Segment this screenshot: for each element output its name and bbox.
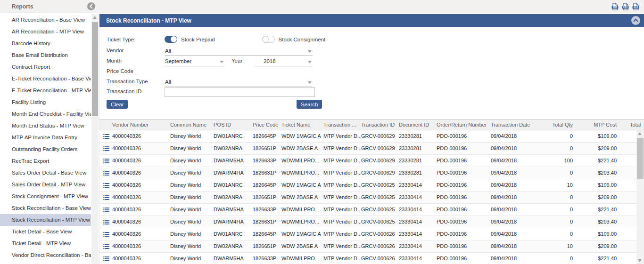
- cell-transaction-date: 09/04/2018: [491, 179, 533, 191]
- row-detail-icon[interactable]: [103, 134, 109, 139]
- column-header-mtp-cost[interactable]: MTP Cost: [577, 120, 620, 130]
- panel-collapse-button[interactable]: [631, 16, 640, 25]
- sidebar-item[interactable]: Facility Listing: [0, 96, 91, 108]
- row-menu-cell[interactable]: [99, 204, 112, 216]
- table-row[interactable]: 4000040326Disney WorldDW01ANRC1826645PWD…: [99, 228, 636, 240]
- stock-consignment-label: Stock Consignment: [279, 37, 326, 42]
- table-row[interactable]: 4000040326Disney WorldDW02ANRA1826651PWD…: [99, 240, 636, 253]
- column-header-total-qty[interactable]: Total Qty: [533, 120, 577, 130]
- row-menu-cell[interactable]: [99, 216, 112, 228]
- row-detail-icon[interactable]: [103, 207, 109, 213]
- sidebar-item[interactable]: Contract Report: [0, 61, 91, 73]
- column-header-price-code[interactable]: Price Code: [253, 120, 281, 130]
- column-header-pos-id[interactable]: POS ID: [214, 120, 253, 130]
- column-header-vendor-number[interactable]: Vendor Number: [112, 120, 170, 130]
- price-code-label: Price Code: [107, 68, 133, 74]
- row-menu-cell[interactable]: [99, 179, 112, 191]
- row-detail-icon[interactable]: [103, 256, 109, 262]
- table-row[interactable]: 4000040326Disney WorldDWARM4HA1826631PWD…: [99, 216, 636, 228]
- grid-scrollbar-thumb[interactable]: [637, 138, 644, 179]
- table-row[interactable]: 4000040326Disney WorldDWARM4HA1826631PWD…: [99, 167, 636, 179]
- row-menu-cell[interactable]: [99, 155, 112, 167]
- sidebar-scrollbar[interactable]: [91, 14, 99, 264]
- cell-vendor-number: 4000040326: [112, 143, 170, 154]
- year-select[interactable]: 2018: [255, 56, 313, 66]
- column-header-order-return-number[interactable]: Order/Return Number: [437, 120, 491, 130]
- stock-prepaid-toggle[interactable]: [165, 36, 177, 43]
- cell-common-name: Disney World: [170, 228, 214, 240]
- column-header-transaction-id[interactable]: Transaction ID: [361, 120, 399, 130]
- sidebar-item[interactable]: Ticket Detail - MTP View: [0, 238, 91, 249]
- row-menu-cell[interactable]: [99, 192, 112, 203]
- row-detail-icon[interactable]: [103, 158, 109, 164]
- sidebar-item[interactable]: Sales Order Detail - MTP View: [0, 179, 91, 191]
- month-select[interactable]: September: [165, 56, 224, 66]
- sidebar-item[interactable]: Sales Order Detail - Base View: [0, 167, 91, 179]
- column-header-ticket-name[interactable]: Ticket Name: [281, 120, 323, 130]
- cell-total: [620, 240, 636, 252]
- row-menu-cell[interactable]: [99, 240, 112, 252]
- vendor-select[interactable]: All: [165, 46, 313, 56]
- scroll-up-icon[interactable]: [91, 14, 99, 21]
- table-row[interactable]: 4000040326Disney WorldDW01ANRC1826645PWD…: [99, 130, 636, 143]
- transaction-type-select[interactable]: All: [165, 77, 313, 87]
- row-detail-icon[interactable]: [103, 195, 109, 200]
- sidebar-item[interactable]: Outstanding Facility Orders: [0, 144, 91, 155]
- stock-consignment-toggle[interactable]: [262, 36, 275, 43]
- cell-transaction-date: 09/04/2018: [491, 204, 533, 216]
- sidebar-item[interactable]: Stock Consignment - MTP View: [0, 191, 91, 202]
- sidebar-item[interactable]: Month End Checklist - Facility View: [0, 108, 91, 120]
- cell-pos-id: DW01ANRC: [214, 228, 253, 240]
- csv-export-icon[interactable]: CSV: [622, 3, 629, 10]
- row-detail-icon[interactable]: [103, 170, 109, 176]
- table-row[interactable]: 4000040326Disney WorldDWARM5HA1826633PWD…: [99, 204, 636, 216]
- table-row[interactable]: 4000040326Disney WorldDW02ANRA1826651PWD…: [99, 192, 636, 204]
- sidebar-item[interactable]: RecTrac Export: [0, 155, 91, 167]
- sidebar-item[interactable]: Ticket Detail - Base View: [0, 226, 91, 238]
- table-row[interactable]: 4000040326Disney WorldDW02ANRA1826651PWD…: [99, 143, 636, 155]
- row-menu-cell[interactable]: [99, 143, 112, 154]
- sidebar-item[interactable]: Vendor Direct Reconciliation - Base Vi: [0, 249, 91, 261]
- sidebar-item[interactable]: Barcode History: [0, 38, 91, 49]
- sidebar-collapse-button[interactable]: [87, 2, 95, 10]
- scroll-down-icon[interactable]: [636, 257, 644, 264]
- grid-scrollbar[interactable]: [636, 130, 644, 264]
- sidebar-item[interactable]: AR Reconciliation - MTP View: [0, 26, 91, 38]
- sidebar-scrollbar-thumb[interactable]: [92, 22, 98, 116]
- cell-vendor-number: 4000040326: [112, 167, 170, 179]
- row-detail-icon[interactable]: [103, 183, 109, 188]
- report-title-bar: Stock Reconciliaton - MTP View: [99, 14, 644, 27]
- row-detail-icon[interactable]: [103, 232, 109, 237]
- row-menu-cell[interactable]: [99, 253, 112, 264]
- sidebar-item[interactable]: Stock Reconciliation - Base View: [0, 202, 91, 214]
- sidebar-item[interactable]: MTP AP Invoice Data Entry: [0, 132, 91, 144]
- table-row[interactable]: 4000040326Disney WorldDW01ANRC1826645PWD…: [99, 179, 636, 192]
- column-header-transaction-date[interactable]: Transaction Date: [491, 120, 533, 130]
- row-detail-icon[interactable]: [103, 244, 109, 249]
- row-detail-icon[interactable]: [103, 146, 109, 152]
- sidebar-item[interactable]: Month End Status - MTP View: [0, 120, 91, 132]
- xls-export-icon[interactable]: XLS: [632, 3, 639, 10]
- cell-mtp-cost: $109.00: [577, 130, 620, 142]
- column-header-common-name[interactable]: Common Name: [170, 120, 214, 130]
- table-row[interactable]: 4000040326Disney WorldDWARM5HA1826633PWD…: [99, 253, 636, 264]
- sidebar-item[interactable]: E-Ticket Reconciliation - MTP View: [0, 85, 91, 96]
- transaction-id-input[interactable]: [165, 87, 315, 97]
- cell-ticket-name: WDW 2BASE A: [281, 143, 323, 154]
- row-menu-cell[interactable]: [99, 130, 112, 142]
- pdf-export-icon[interactable]: PDF: [611, 3, 619, 10]
- sidebar-item[interactable]: Stock Reconciliation - MTP View: [0, 214, 91, 226]
- sidebar-item[interactable]: Base Email Distribution: [0, 49, 91, 61]
- sidebar-item[interactable]: AR Reconciliation - Base View: [0, 14, 91, 26]
- row-menu-cell[interactable]: [99, 228, 112, 240]
- row-detail-icon[interactable]: [103, 219, 109, 225]
- table-row[interactable]: 4000040326Disney WorldDWARM5HA1826633PWD…: [99, 155, 636, 167]
- clear-button[interactable]: Clear: [107, 100, 128, 109]
- sidebar-item[interactable]: E-Ticket Reconciliation - Base View: [0, 73, 91, 85]
- column-header-total[interactable]: Total: [620, 120, 644, 130]
- search-button[interactable]: Search: [297, 100, 322, 109]
- column-header-transaction-type[interactable]: Transaction ...: [323, 120, 361, 130]
- scroll-up-icon[interactable]: [636, 130, 644, 137]
- column-header-document-id[interactable]: Document ID: [399, 120, 437, 130]
- row-menu-cell[interactable]: [99, 167, 112, 179]
